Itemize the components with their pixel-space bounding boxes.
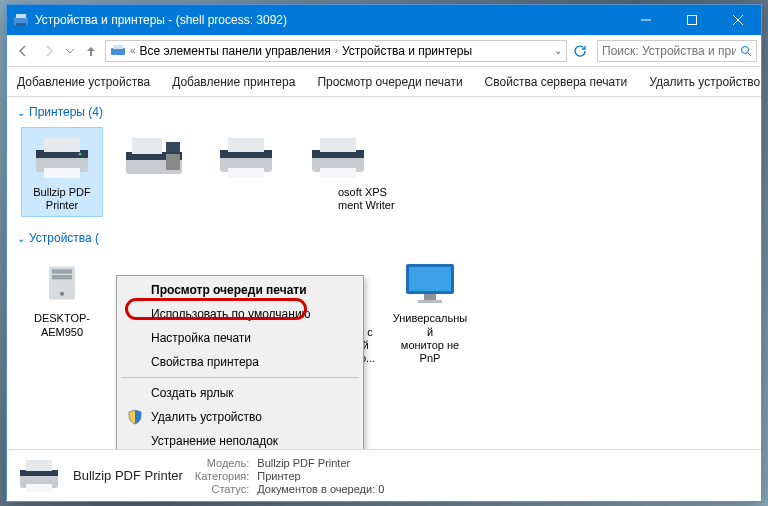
search-box[interactable] <box>597 40 757 62</box>
collapse-icon: ⌄ <box>17 107 25 118</box>
svg-point-15 <box>79 153 82 156</box>
address-bar: « Все элементы панели управления › Устро… <box>7 35 761 67</box>
cmd-add-device[interactable]: Добавление устройства <box>13 71 154 93</box>
breadcrumb-segment[interactable]: Все элементы панели управления <box>140 44 331 58</box>
collapse-icon: ⌄ <box>17 233 25 244</box>
shield-icon <box>127 409 143 425</box>
monitor-icon <box>398 258 462 308</box>
cmd-remove-device[interactable]: Удалить устройство <box>645 71 764 93</box>
svg-rect-39 <box>26 460 52 471</box>
breadcrumb-chevron-icon: › <box>335 45 338 56</box>
svg-rect-27 <box>320 138 356 152</box>
svg-rect-28 <box>320 168 356 178</box>
command-bar: Добавление устройства Добавление принтер… <box>7 67 761 97</box>
printer-folder-icon <box>110 44 126 58</box>
printer-icon <box>214 132 278 182</box>
svg-rect-35 <box>424 294 436 300</box>
breadcrumb[interactable]: « Все элементы панели управления › Устро… <box>105 40 567 62</box>
close-button[interactable] <box>715 5 761 35</box>
ctx-print-prefs[interactable]: Настройка печати <box>119 326 361 350</box>
svg-point-6 <box>742 46 749 53</box>
device-item-monitor[interactable]: Универсальныймонитор не PnP <box>389 253 471 370</box>
svg-rect-30 <box>52 270 72 274</box>
group-printers-label: Принтеры (4) <box>29 105 103 119</box>
cmd-server-props[interactable]: Свойства сервера печати <box>481 71 632 93</box>
item-label: Bullzip PDF Printer <box>24 186 100 212</box>
search-icon <box>740 45 752 57</box>
details-status-val: Документов в очереди: 0 <box>257 483 384 495</box>
breadcrumb-dropdown-icon[interactable]: ⌄ <box>554 45 562 56</box>
details-model-key: Модель: <box>195 457 249 469</box>
ctx-view-queue[interactable]: Просмотр очереди печати <box>119 278 361 302</box>
breadcrumb-segment[interactable]: Устройства и принтеры <box>342 44 472 58</box>
ctx-remove-device[interactable]: Удалить устройство <box>119 405 361 429</box>
svg-rect-18 <box>132 138 162 154</box>
item-label: DESKTOP-AEM950 <box>24 312 100 338</box>
item-label: osoft XPSment Writer <box>298 186 378 212</box>
svg-rect-36 <box>418 300 442 303</box>
details-name: Bullzip PDF Printer <box>73 468 183 483</box>
menu-separator <box>121 377 359 378</box>
printer-icon <box>30 132 94 182</box>
svg-point-32 <box>60 292 64 296</box>
content-area: ⌄ Принтеры (4) Bullzip PDF Printer osoft… <box>7 97 761 449</box>
printer-item-bullzip[interactable]: Bullzip PDF Printer <box>21 127 103 217</box>
ctx-printer-props[interactable]: Свойства принтера <box>119 350 361 374</box>
svg-rect-34 <box>409 267 451 291</box>
device-item-desktop[interactable]: DESKTOP-AEM950 <box>21 253 103 370</box>
svg-rect-14 <box>44 168 80 178</box>
printers-items: Bullzip PDF Printer osoft XPSment Writer <box>15 123 753 227</box>
details-category-key: Категория: <box>195 470 249 482</box>
details-pane: Bullzip PDF Printer Модель: Bullzip PDF … <box>7 449 761 501</box>
printer-item-generic1[interactable] <box>205 127 287 217</box>
ctx-create-shortcut[interactable]: Создать ярлык <box>119 381 361 405</box>
cmd-view-queue[interactable]: Просмотр очереди печати <box>313 71 466 93</box>
svg-rect-23 <box>228 138 264 152</box>
details-category-val: Принтер <box>257 470 384 482</box>
svg-rect-40 <box>26 484 52 492</box>
svg-rect-3 <box>688 16 697 25</box>
search-input[interactable] <box>602 44 736 58</box>
group-printers-header[interactable]: ⌄ Принтеры (4) <box>15 101 753 123</box>
breadcrumb-sep-icon: « <box>130 45 136 56</box>
maximize-button[interactable] <box>669 5 715 35</box>
printer-item-xps[interactable]: osoft XPSment Writer <box>297 127 379 217</box>
svg-rect-4 <box>111 48 125 55</box>
up-button[interactable] <box>79 39 103 63</box>
svg-rect-1 <box>16 14 26 18</box>
details-status-key: Статус: <box>195 483 249 495</box>
back-button[interactable] <box>11 39 35 63</box>
group-devices-label: Устройства ( <box>29 231 99 245</box>
svg-rect-19 <box>166 142 180 152</box>
details-printer-icon <box>17 456 61 496</box>
svg-rect-31 <box>52 275 72 279</box>
svg-rect-24 <box>228 168 264 178</box>
recent-dropdown[interactable] <box>63 39 77 63</box>
item-label: Универсальныймонитор не PnP <box>390 312 470 365</box>
ctx-set-default[interactable]: Использовать по умолчанию <box>119 302 361 326</box>
group-devices-header[interactable]: ⌄ Устройства ( <box>15 227 753 249</box>
svg-rect-20 <box>166 154 180 170</box>
forward-button[interactable] <box>37 39 61 63</box>
titlebar[interactable]: Устройства и принтеры - (shell process: … <box>7 5 761 35</box>
devices-and-printers-window: Устройства и принтеры - (shell process: … <box>6 4 762 502</box>
svg-rect-13 <box>44 138 80 152</box>
printer-item-fax[interactable] <box>113 127 195 217</box>
cmd-add-printer[interactable]: Добавление принтера <box>168 71 299 93</box>
refresh-button[interactable] <box>569 40 591 62</box>
printer-icon <box>306 132 370 182</box>
svg-rect-2 <box>16 23 26 26</box>
window-title: Устройства и принтеры - (shell process: … <box>35 13 623 27</box>
computer-tower-icon <box>30 258 94 308</box>
details-model-val: Bullzip PDF Printer <box>257 457 384 469</box>
svg-rect-5 <box>113 45 123 49</box>
ctx-remove-label: Удалить устройство <box>151 410 262 424</box>
window-icon <box>13 12 29 28</box>
ctx-troubleshoot[interactable]: Устранение неполадок <box>119 429 361 449</box>
minimize-button[interactable] <box>623 5 669 35</box>
item-label <box>244 186 247 199</box>
item-label <box>152 186 155 199</box>
context-menu: Просмотр очереди печати Использовать по … <box>116 275 364 449</box>
fax-icon <box>122 132 186 182</box>
